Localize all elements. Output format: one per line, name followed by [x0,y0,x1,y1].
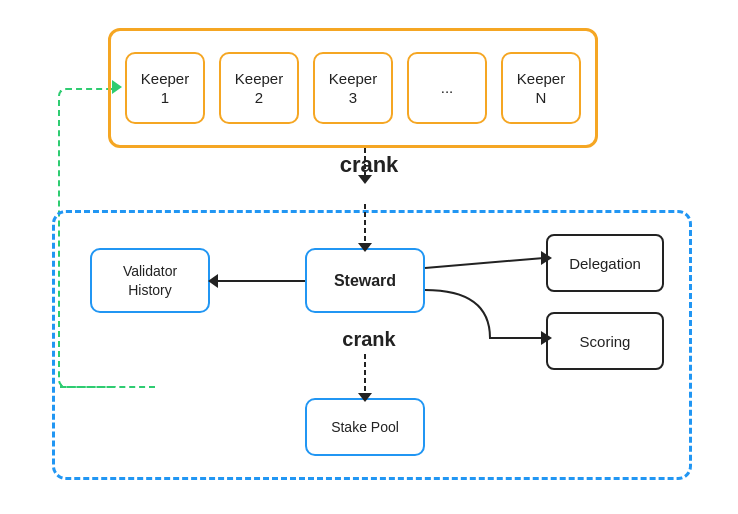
keeper-dots: ... [407,52,487,124]
validator-history-box: ValidatorHistory [90,248,210,313]
crank-top-label: crank [0,152,738,178]
keeper-3: Keeper3 [313,52,393,124]
keeper-2: Keeper2 [219,52,299,124]
keeper-1: Keeper1 [125,52,205,124]
diagram: Keeper1 Keeper2 Keeper3 ... KeeperN cran… [0,0,738,514]
scoring-box: Scoring [546,312,664,370]
keeper-group: Keeper1 Keeper2 Keeper3 ... KeeperN [108,28,598,148]
steward-box: Steward [305,248,425,313]
delegation-box: Delegation [546,234,664,292]
keeper-n: KeeperN [501,52,581,124]
stake-pool-box: Stake Pool [305,398,425,456]
